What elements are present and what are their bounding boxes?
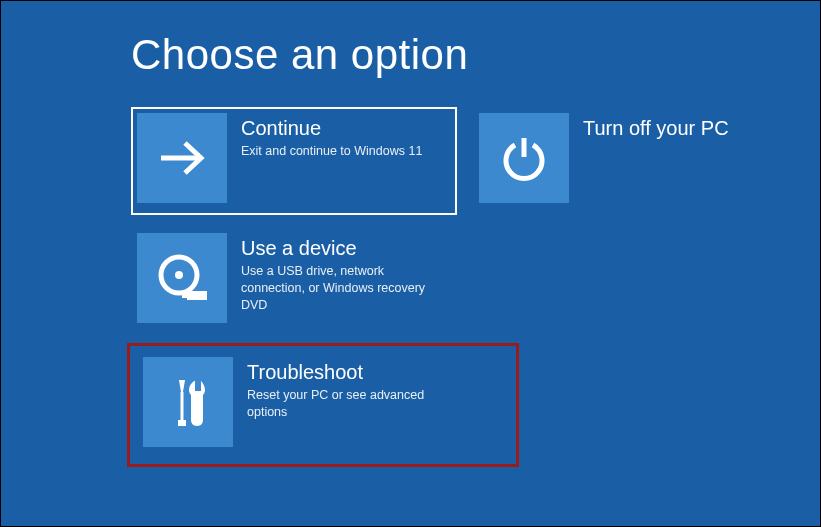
svg-rect-8 (178, 420, 186, 426)
troubleshoot-desc: Reset your PC or see advanced options (247, 387, 457, 421)
options-row-1: Continue Exit and continue to Windows 11… (131, 107, 820, 215)
usedevice-title: Use a device (241, 237, 447, 260)
continue-desc: Exit and continue to Windows 11 (241, 143, 447, 160)
troubleshoot-text: Troubleshoot Reset your PC or see advanc… (233, 357, 505, 421)
tools-icon (143, 357, 233, 447)
options-list: Continue Exit and continue to Windows 11… (131, 107, 820, 463)
usedevice-tile[interactable]: Use a device Use a USB drive, network co… (131, 227, 457, 335)
svg-rect-7 (181, 392, 184, 420)
troubleshoot-title: Troubleshoot (247, 361, 505, 384)
continue-text: Continue Exit and continue to Windows 11 (227, 113, 447, 160)
disc-usb-icon (137, 233, 227, 323)
turnoff-text: Turn off your PC (569, 113, 763, 143)
continue-tile[interactable]: Continue Exit and continue to Windows 11 (131, 107, 457, 215)
options-row-2: Use a device Use a USB drive, network co… (131, 227, 820, 335)
usedevice-desc: Use a USB drive, network connection, or … (241, 263, 447, 314)
svg-point-3 (175, 271, 183, 279)
svg-rect-5 (182, 293, 188, 298)
svg-rect-9 (195, 379, 201, 391)
arrow-right-icon (137, 113, 227, 203)
turnoff-title: Turn off your PC (583, 117, 763, 140)
continue-title: Continue (241, 117, 447, 140)
turnoff-tile[interactable]: Turn off your PC (473, 107, 773, 215)
svg-marker-6 (179, 380, 185, 392)
recovery-page: Choose an option Continue Exit and conti… (1, 1, 820, 463)
power-icon (479, 113, 569, 203)
svg-rect-4 (187, 291, 207, 300)
page-title: Choose an option (131, 31, 820, 79)
options-row-3: Troubleshoot Reset your PC or see advanc… (131, 347, 820, 463)
usedevice-text: Use a device Use a USB drive, network co… (227, 233, 447, 314)
troubleshoot-tile[interactable]: Troubleshoot Reset your PC or see advanc… (131, 347, 515, 463)
